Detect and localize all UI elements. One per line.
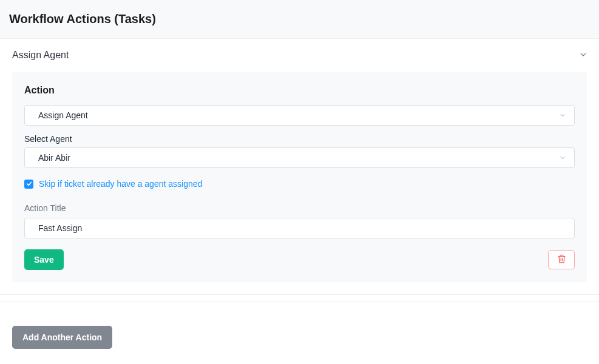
action-select[interactable]: Assign Agent bbox=[24, 105, 575, 126]
title-label: Action Title bbox=[24, 203, 575, 213]
chevron-down-icon bbox=[560, 152, 566, 163]
page-header: Workflow Actions (Tasks) bbox=[0, 0, 599, 39]
agent-select-value: Abir Abir bbox=[38, 153, 560, 163]
trash-icon bbox=[557, 254, 566, 265]
agent-select[interactable]: Abir Abir bbox=[24, 147, 575, 168]
action-select-value: Assign Agent bbox=[38, 110, 560, 120]
page-title: Workflow Actions (Tasks) bbox=[9, 12, 590, 26]
delete-button[interactable] bbox=[548, 250, 575, 269]
skip-checkbox[interactable] bbox=[24, 180, 33, 189]
footer: Add Another Action bbox=[0, 301, 599, 361]
accordion-body: Action Assign Agent Select Agent bbox=[0, 72, 599, 294]
accordion-toggle[interactable]: Assign Agent bbox=[0, 39, 599, 72]
action-field-group: Assign Agent bbox=[24, 105, 575, 126]
chevron-down-icon bbox=[560, 110, 566, 121]
action-section-title: Action bbox=[24, 85, 575, 96]
skip-checkbox-row: Skip if ticket already have a agent assi… bbox=[24, 179, 575, 189]
action-panel: Action Assign Agent Select Agent bbox=[12, 72, 587, 282]
title-input[interactable] bbox=[24, 218, 575, 238]
content-area: Assign Agent Action Assign Agent bbox=[0, 39, 599, 361]
title-field-group: Action Title bbox=[24, 203, 575, 238]
agent-label: Select Agent bbox=[24, 134, 575, 144]
actions-row: Save bbox=[24, 249, 575, 270]
skip-checkbox-label[interactable]: Skip if ticket already have a agent assi… bbox=[39, 179, 202, 189]
action-accordion-item: Assign Agent Action Assign Agent bbox=[0, 39, 599, 295]
accordion-title: Assign Agent bbox=[12, 50, 69, 61]
save-button[interactable]: Save bbox=[24, 249, 64, 270]
add-action-button[interactable]: Add Another Action bbox=[12, 326, 112, 349]
agent-field-group: Select Agent Abir Abir bbox=[24, 134, 575, 168]
chevron-down-icon bbox=[580, 50, 587, 61]
